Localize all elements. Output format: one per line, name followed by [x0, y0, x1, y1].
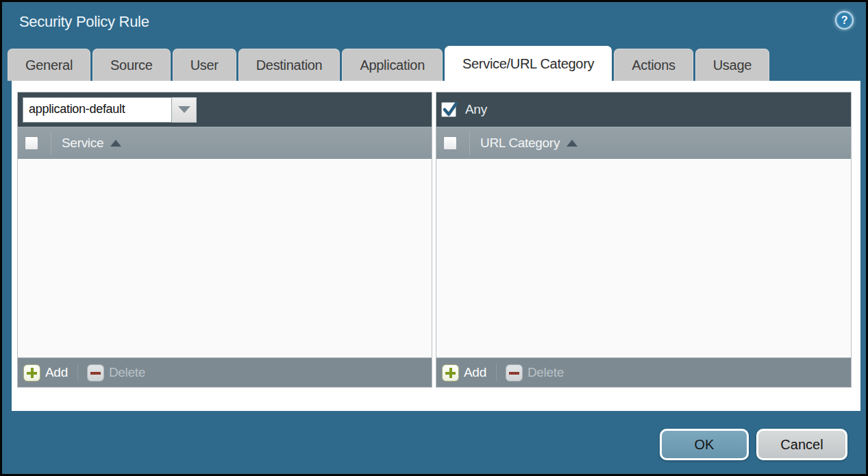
service-column-title: Service [62, 136, 103, 151]
sort-ascending-icon [567, 140, 578, 147]
footer-divider [77, 364, 78, 381]
tab-service-url-category[interactable]: Service/URL Category [445, 46, 612, 81]
url-category-delete-button[interactable]: Delete [506, 364, 564, 381]
tab-application[interactable]: Application [342, 49, 443, 81]
minus-icon [506, 364, 523, 381]
service-delete-button[interactable]: Delete [87, 364, 145, 381]
ok-button[interactable]: OK [660, 429, 749, 460]
service-panel-header: application-default [18, 92, 432, 127]
service-panel: application-default Service Add [17, 92, 432, 388]
service-type-dropdown-value[interactable]: application-default [23, 97, 172, 123]
security-policy-rule-dialog: Security Policy Rule ? General Source Us… [0, 0, 868, 476]
url-category-add-label: Add [464, 365, 486, 380]
cancel-button[interactable]: Cancel [756, 429, 847, 460]
service-list-empty[interactable] [18, 159, 432, 358]
url-category-select-all-checkbox[interactable] [443, 136, 457, 150]
service-type-dropdown[interactable]: application-default [23, 97, 197, 123]
any-checkbox[interactable] [441, 102, 456, 117]
url-category-delete-label: Delete [528, 365, 564, 380]
service-delete-label: Delete [109, 365, 145, 380]
url-category-panel-header: Any [436, 92, 851, 127]
tab-destination[interactable]: Destination [238, 49, 340, 81]
service-select-all-checkbox[interactable] [25, 136, 38, 150]
service-type-dropdown-button[interactable] [172, 97, 197, 123]
minus-icon [87, 364, 104, 381]
tab-general[interactable]: General [8, 49, 90, 81]
service-add-button[interactable]: Add [23, 364, 68, 381]
plus-icon [442, 364, 459, 381]
column-divider [51, 131, 51, 155]
tab-content-area: application-default Service Add [12, 81, 860, 411]
url-category-list-empty[interactable] [436, 159, 851, 358]
column-divider [469, 131, 470, 155]
checkmark-icon [441, 101, 459, 118]
url-category-add-button[interactable]: Add [442, 364, 486, 381]
tab-source[interactable]: Source [92, 49, 171, 81]
service-add-label: Add [45, 365, 68, 380]
help-icon[interactable]: ? [835, 11, 854, 29]
url-category-column-header[interactable]: URL Category [436, 127, 851, 159]
dialog-titlebar: Security Policy Rule ? [2, 2, 866, 45]
url-category-panel: Any URL Category Add Delete [436, 92, 852, 388]
footer-divider [496, 364, 497, 381]
tab-usage[interactable]: Usage [695, 49, 769, 81]
tab-user[interactable]: User [173, 49, 236, 81]
any-label: Any [465, 102, 487, 117]
sort-ascending-icon [110, 140, 121, 147]
tab-actions[interactable]: Actions [614, 49, 693, 81]
url-category-column-title: URL Category [480, 136, 560, 151]
dialog-title: Security Policy Rule [19, 13, 149, 31]
plus-icon [23, 364, 40, 381]
service-panel-footer: Add Delete [18, 358, 432, 387]
tab-bar: General Source User Destination Applicat… [8, 46, 769, 81]
url-category-panel-footer: Add Delete [436, 358, 851, 387]
chevron-down-icon [178, 106, 190, 113]
service-column-header[interactable]: Service [18, 127, 432, 159]
